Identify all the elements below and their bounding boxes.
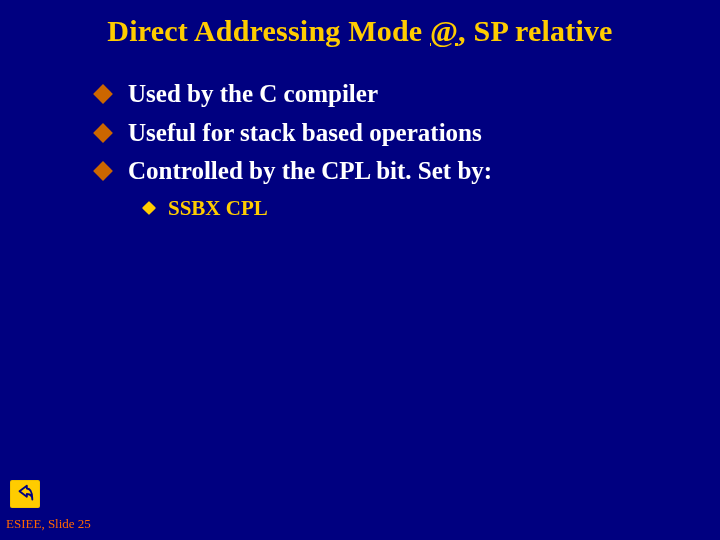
slide: Direct Addressing Mode @, SP relative Us… — [0, 0, 720, 540]
title-prefix: Direct Addressing Mode — [107, 14, 430, 47]
bullet-item: Controlled by the CPL bit. Set by: — [96, 155, 656, 188]
return-arrow-icon — [14, 483, 36, 505]
diamond-bullet-icon — [93, 84, 113, 104]
bullet-text: Used by the C compiler — [128, 78, 378, 111]
slide-title: Direct Addressing Mode @, SP relative — [0, 14, 720, 48]
bullet-text: Controlled by the CPL bit. Set by: — [128, 155, 492, 188]
return-button[interactable] — [10, 480, 40, 508]
sub-bullet-icon — [142, 200, 156, 214]
bullet-item: Used by the C compiler — [96, 78, 656, 111]
sub-bullet-item: SSBX CPL — [144, 196, 656, 221]
title-at-symbol: @ — [430, 14, 458, 47]
diamond-bullet-icon — [93, 161, 113, 181]
bullet-text: Useful for stack based operations — [128, 117, 482, 150]
title-suffix: , SP relative — [458, 14, 613, 47]
slide-footer: ESIEE, Slide 25 — [6, 516, 91, 532]
bullet-item: Useful for stack based operations — [96, 117, 656, 150]
slide-body: Used by the C compiler Useful for stack … — [96, 78, 656, 221]
sub-bullet-text: SSBX CPL — [168, 196, 268, 221]
diamond-bullet-icon — [93, 123, 113, 143]
